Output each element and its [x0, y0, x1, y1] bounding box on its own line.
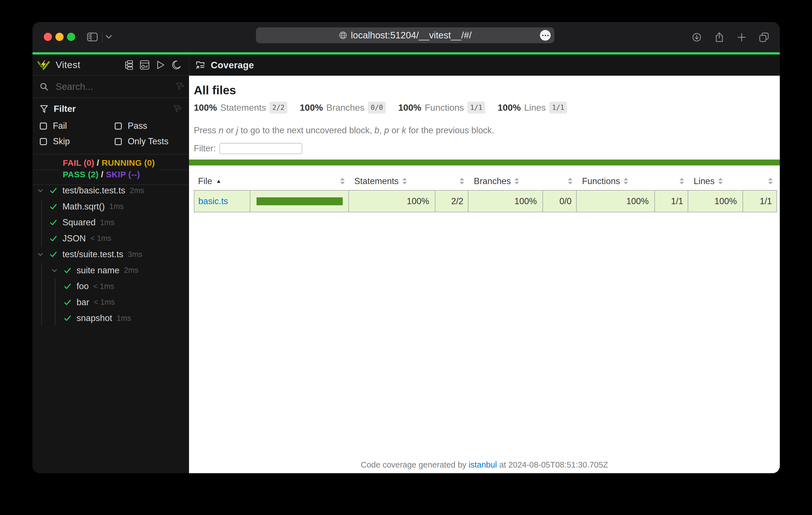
branches-frac-cell: 0/0: [543, 190, 576, 212]
tree-item-test[interactable]: snapshot1ms: [32, 310, 189, 326]
indent-guide: [41, 263, 42, 325]
dark-mode-icon[interactable]: [172, 60, 181, 70]
lines-pct-cell: 100%: [688, 190, 743, 212]
stat-statements: 100%Statements2/2: [194, 102, 287, 114]
coverage-bar-cell: [250, 190, 349, 212]
sorter-icon: [460, 178, 464, 184]
running-count: RUNNING (0): [102, 158, 155, 168]
pass-check-icon: [50, 219, 57, 225]
page-title: Coverage: [211, 60, 254, 70]
column-header-functions-raw[interactable]: [655, 172, 688, 190]
checkbox-pass[interactable]: Pass: [115, 121, 182, 131]
sorter-icon: [718, 178, 723, 184]
search-input[interactable]: [56, 81, 176, 92]
chevron-down-icon[interactable]: [37, 188, 44, 193]
fraction-badge: 1/1: [549, 102, 567, 114]
tree-view-icon[interactable]: [124, 60, 133, 70]
sorter-icon: [340, 178, 345, 184]
tree-item-test[interactable]: JSON< 1ms: [32, 231, 189, 247]
pass-check-icon: [50, 204, 57, 210]
sorter-icon: [679, 178, 684, 184]
pass-check-icon: [64, 267, 71, 274]
column-header-functions[interactable]: Functions: [576, 172, 655, 190]
test-progress-bar: [32, 52, 780, 55]
pass-check-icon: [50, 187, 57, 194]
sidebar-toggle-icon[interactable]: [87, 31, 98, 42]
new-tab-icon[interactable]: [736, 32, 747, 42]
pass-check-icon: [64, 299, 71, 305]
indent-guide: [55, 279, 55, 325]
sorter-icon: [568, 178, 572, 184]
share-icon[interactable]: [714, 32, 725, 42]
column-header-lines[interactable]: Lines: [688, 172, 743, 190]
main-panel: Coverage All files 100%Statements2/2 100…: [189, 55, 780, 473]
minimize-window-button[interactable]: [55, 33, 64, 41]
chevron-down-icon[interactable]: [37, 252, 44, 257]
checkbox-only-tests[interactable]: Only Tests: [115, 137, 182, 147]
page-options-button[interactable]: [540, 30, 551, 41]
downloads-icon[interactable]: [691, 32, 702, 42]
vitest-sidebar: Vitest: [32, 55, 189, 473]
column-header-branches[interactable]: Branches: [468, 172, 543, 190]
checkbox-fail[interactable]: Fail: [40, 121, 115, 131]
coverage-status-line: [189, 159, 780, 165]
tree-item-test[interactable]: foo< 1ms: [32, 278, 189, 295]
zoom-window-button[interactable]: [67, 33, 75, 41]
toolbar-divider: [102, 32, 103, 42]
keyboard-shortcuts-help: Press n or j to go to the next uncovered…: [194, 125, 494, 135]
tree-item-suite[interactable]: suite name2ms: [32, 263, 189, 279]
url-text: localhost:51204/__vitest__/#/: [351, 30, 471, 41]
coverage-stats: 100%Statements2/2 100%Branches0/0 100%Fu…: [194, 102, 567, 114]
tree-item-test[interactable]: Math.sqrt()1ms: [32, 199, 189, 215]
tab-overview-icon[interactable]: [759, 32, 769, 42]
coverage-icon: [196, 60, 205, 70]
fraction-badge: 0/0: [368, 102, 386, 114]
tree-item-test[interactable]: Squared1ms: [32, 215, 189, 231]
column-header-pic[interactable]: [250, 172, 349, 190]
table-header-row: File▲ Statements Branches Functions: [194, 172, 777, 190]
clear-filters-icon[interactable]: [173, 105, 182, 113]
file-link[interactable]: basic.ts: [198, 196, 228, 206]
pass-check-icon: [50, 236, 57, 242]
column-header-file[interactable]: File▲: [194, 172, 250, 190]
file-cell: basic.ts: [194, 190, 250, 212]
tree-item-test[interactable]: bar< 1ms: [32, 295, 189, 310]
checkbox-skip[interactable]: Skip: [40, 137, 115, 147]
tree-item-file[interactable]: test/basic.test.ts2ms: [32, 183, 189, 199]
run-all-icon[interactable]: [156, 60, 165, 70]
column-header-statements-raw[interactable]: [435, 172, 468, 190]
vitest-logo: [37, 59, 50, 71]
search-icon: [40, 83, 48, 91]
column-header-lines-raw[interactable]: [743, 172, 777, 190]
test-tree: test/basic.test.ts2ms Math.sqrt()1ms Squ…: [32, 183, 189, 326]
address-bar[interactable]: localhost:51204/__vitest__/#/: [256, 27, 554, 43]
fraction-badge: 1/1: [467, 102, 485, 114]
coverage-table: File▲ Statements Branches Functions: [194, 172, 777, 212]
pass-count: PASS (2): [63, 170, 98, 179]
coverage-report: All files 100%Statements2/2 100%Branches…: [189, 76, 780, 473]
close-window-button[interactable]: [44, 33, 52, 41]
clear-search-filter-icon[interactable]: [176, 83, 184, 91]
stat-lines: 100%Lines1/1: [497, 102, 567, 114]
report-heading: All files: [194, 84, 236, 97]
stat-branches: 100%Branches0/0: [300, 102, 386, 114]
skip-count: SKIP (--): [106, 170, 140, 179]
dashboard-icon[interactable]: [140, 60, 149, 70]
fail-count: FAIL (0): [63, 158, 94, 168]
stat-functions: 100%Functions1/1: [398, 102, 485, 114]
table-row: basic.ts 100% 2/2 100% 0/0 100% 1/1 100%…: [194, 190, 777, 212]
coverage-filter-input[interactable]: [219, 143, 302, 154]
test-run-summary: FAIL (0) / RUNNING (0) PASS (2) / SKIP (…: [58, 157, 160, 180]
vitest-header: Vitest: [32, 55, 189, 76]
column-header-branches-raw[interactable]: [543, 172, 576, 190]
sorter-icon: [515, 178, 519, 184]
column-header-statements[interactable]: Statements: [349, 172, 435, 190]
globe-icon: [339, 31, 347, 39]
chevron-down-icon[interactable]: [52, 268, 58, 273]
filter-label: Filter:: [194, 144, 216, 154]
functions-pct-cell: 100%: [576, 190, 655, 212]
istanbul-link[interactable]: istanbul: [469, 460, 497, 469]
tree-item-file[interactable]: test/suite.test.ts3ms: [32, 246, 189, 263]
coverage-header: Coverage: [189, 55, 780, 76]
chevron-down-icon[interactable]: [106, 35, 112, 39]
